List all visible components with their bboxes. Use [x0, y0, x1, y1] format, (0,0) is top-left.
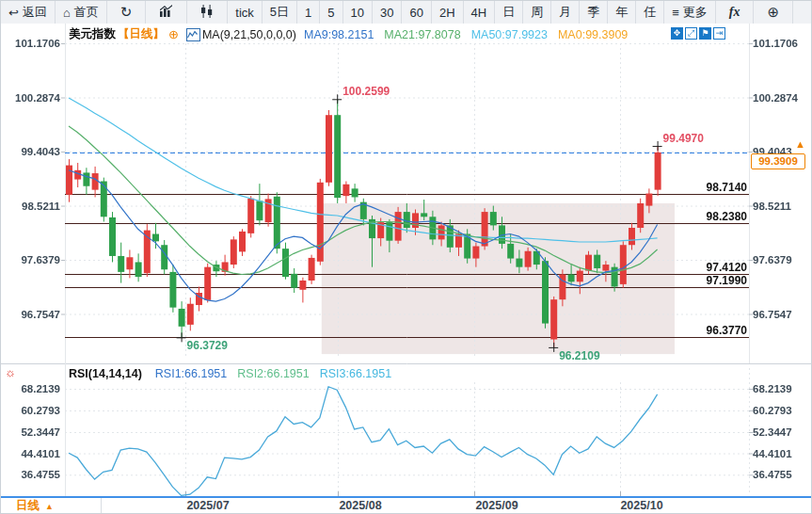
sr-level-label: 97.1990 — [707, 274, 747, 287]
more-label: 更多 — [683, 4, 708, 21]
ma-value-label: MA9:98.2151 — [304, 28, 374, 41]
bottom-bar: 日线▲ 2025/072025/082025/092025/10 — [1, 496, 811, 514]
annotation-low-label: 96.3729 — [187, 339, 228, 352]
main-chart-header: 美元指数 【日线】 ⊕ MA(9,21,50,0,0,0) MA9:98.215… — [69, 26, 628, 42]
sr-level-label: 96.3770 — [707, 324, 747, 337]
rsi-axis-label-right: 36.4755 — [753, 469, 792, 480]
back-icon: ↩ — [8, 6, 19, 20]
rsi-axis-label-right: 52.3447 — [753, 426, 792, 438]
compass-button[interactable]: ⊕ — [754, 1, 793, 24]
toolbar-period-button[interactable]: 季 — [580, 1, 608, 24]
toolbar-period-button[interactable]: 2H — [432, 1, 464, 24]
refresh-button[interactable]: ↻ — [107, 1, 147, 24]
price-axis-label-right: 97.6379 — [753, 254, 792, 265]
price-axis-label-left: 101.1706 — [1, 38, 60, 49]
chevron-up-icon: ▲ — [45, 502, 54, 511]
toolbar-period-button[interactable]: 月 — [551, 1, 580, 24]
current-price-badge: 99.3909 — [751, 153, 805, 169]
ma-param-label: MA(9,21,50,0,0,0) — [202, 28, 296, 41]
price-axis-label-right: 100.2874 — [753, 92, 798, 104]
rsi-value-label: RSI2:66.1951 — [237, 367, 309, 380]
period-selector[interactable]: 日线▲ — [1, 498, 102, 514]
back-label: 返回 — [23, 4, 47, 21]
rsi-header: RSI(14,14,14) RSI1:66.1951RSI2:66.1951RS… — [69, 367, 391, 380]
compass-icon: ⊕ — [767, 4, 779, 21]
toolbar-period-button[interactable]: 任 — [636, 1, 664, 24]
price-axis-label-left: 97.6379 — [1, 254, 60, 265]
line-chart-icon[interactable] — [186, 28, 200, 41]
more-button[interactable]: ≡ 更多 — [664, 1, 716, 24]
refresh-icon: ↻ — [120, 4, 133, 21]
sr-level-label: 98.2380 — [707, 210, 747, 223]
home-button[interactable]: ⌂ 首页 — [56, 1, 107, 24]
rsi-value-label: RSI3:66.1951 — [320, 367, 391, 380]
sr-level-label: 98.7140 — [707, 181, 747, 194]
chart-tool-icons: ✥ ⤢ ⚑ ⇥ — [671, 27, 725, 40]
trading-app-window: ↩ 返回 ⌂ 首页 ↻ tick5日151030602H4H日周月季年任 ≡ 更… — [0, 0, 812, 514]
ma-values: MA9:98.2151MA21:97.8078MA50:97.9923MA0:9… — [304, 28, 628, 41]
toolbar-period-button[interactable]: 1 — [297, 1, 320, 24]
rsi-param-label: RSI(14,14,14) — [69, 367, 142, 380]
toolbar-period-button[interactable]: 周 — [523, 1, 551, 24]
toolbar-period-button[interactable]: 年 — [608, 1, 636, 24]
add-indicator-icon[interactable]: ⊕ — [168, 27, 179, 41]
toolbar-period-button[interactable]: 日 — [495, 1, 523, 24]
month-label: 2025/09 — [475, 499, 517, 512]
exit-fullscreen-icon[interactable]: ⇥ — [713, 27, 725, 40]
price-axis-label-left: 96.7547 — [1, 309, 60, 320]
rsi-values: RSI1:66.1951RSI2:66.1951RSI3:66.1951 — [155, 367, 391, 380]
month-label: 2025/10 — [620, 499, 662, 512]
price-axis-label-left: 98.5211 — [1, 201, 60, 212]
home-label: 首页 — [74, 4, 99, 21]
annotation-high-label: 100.2599 — [342, 85, 390, 98]
price-axis-label-right: 96.7547 — [753, 309, 792, 320]
formula-button[interactable]: fx — [716, 1, 755, 24]
rsi-axis-label-right: 44.4101 — [753, 448, 792, 459]
rsi-axis-label-left: 68.2139 — [1, 383, 60, 394]
home-icon: ⌂ — [63, 6, 71, 20]
period-buttons-group: tick5日151030602H4H日周月季年任 — [228, 1, 664, 24]
rsi-axis-label-left: 44.4101 — [1, 448, 60, 459]
month-label: 2025/07 — [186, 499, 229, 512]
rsi-chart-canvas[interactable] — [1, 363, 812, 496]
annotation-high-label: 99.4970 — [663, 132, 704, 145]
menu-icon: ≡ — [672, 6, 679, 20]
price-axis-label-left: 99.4043 — [1, 146, 60, 157]
pan-icon[interactable]: ✥ — [671, 27, 683, 40]
month-label: 2025/08 — [339, 499, 381, 512]
indicator-settings-icon[interactable]: ☼ — [5, 365, 16, 379]
main-chart-canvas[interactable] — [1, 24, 812, 363]
rsi-axis-label-right: 60.2793 — [753, 405, 792, 416]
bar-chart-icon — [159, 5, 173, 20]
ma-value-label: MA50:97.9923 — [471, 28, 548, 41]
sr-level-label: 97.4120 — [707, 261, 747, 274]
price-axis-label-right: 101.1706 — [753, 38, 798, 49]
top-toolbar: ↩ 返回 ⌂ 首页 ↻ tick5日151030602H4H日周月季年任 ≡ 更… — [1, 1, 811, 24]
ma-value-label: MA21:97.8078 — [384, 28, 460, 41]
fx-icon: fx — [729, 5, 740, 20]
trend-chart-mode-button[interactable] — [146, 1, 187, 24]
toolbar-period-button[interactable]: 30 — [373, 1, 402, 24]
period-tag: 【日线】 — [118, 26, 165, 42]
rsi-axis-label-left: 52.3447 — [1, 426, 60, 438]
rsi-axis-label-left: 60.2793 — [1, 405, 60, 416]
jump-to-latest-arrow-icon[interactable]: ▲ — [795, 138, 805, 150]
scale-icon[interactable]: ⤢ — [685, 27, 697, 40]
candlestick-icon — [200, 5, 214, 21]
back-button[interactable]: ↩ 返回 — [1, 1, 56, 24]
toolbar-period-button[interactable]: 5日 — [263, 1, 297, 24]
period-selector-label: 日线 — [16, 499, 40, 512]
flag-icon[interactable]: ⚑ — [699, 27, 711, 40]
price-axis-label-right: 98.5211 — [753, 201, 791, 212]
candle-chart-mode-button[interactable] — [187, 1, 228, 24]
ma-value-label: MA0:99.3909 — [558, 28, 628, 41]
toolbar-period-button[interactable]: 60 — [402, 1, 431, 24]
toolbar-period-button[interactable]: 10 — [343, 1, 373, 24]
toolbar-period-button[interactable]: 5 — [320, 1, 342, 24]
price-axis-label-left: 100.2874 — [1, 92, 60, 104]
symbol-title: 美元指数 — [69, 26, 116, 42]
toolbar-period-button[interactable]: tick — [228, 1, 263, 24]
rsi-axis-label-left: 36.4755 — [1, 469, 60, 480]
toolbar-period-button[interactable]: 4H — [464, 1, 496, 24]
rsi-axis-label-right: 68.2139 — [753, 383, 792, 394]
